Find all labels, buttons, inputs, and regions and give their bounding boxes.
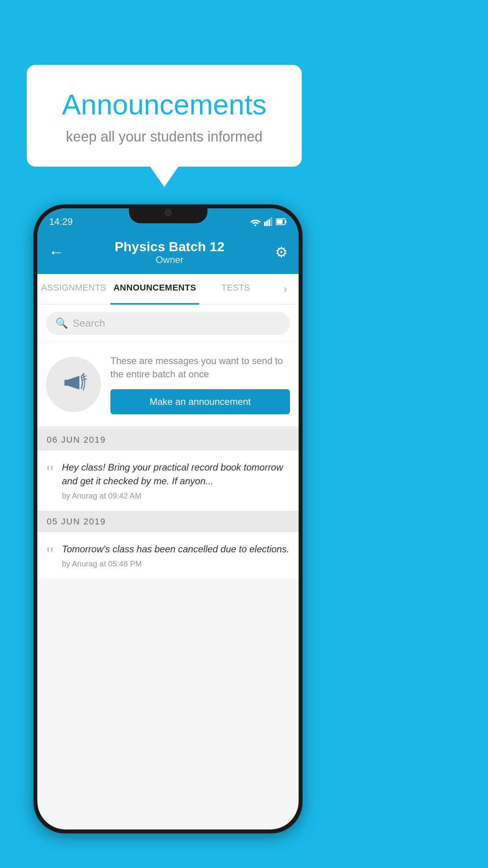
battery-icon bbox=[276, 217, 287, 226]
svg-rect-6 bbox=[285, 221, 286, 223]
megaphone-icon bbox=[60, 368, 87, 401]
announcement-meta-2: by Anurag at 05:48 PM bbox=[62, 559, 290, 568]
svg-rect-8 bbox=[64, 380, 68, 386]
phone-camera bbox=[165, 209, 172, 216]
quote-icon-2: " bbox=[46, 544, 54, 564]
speech-bubble-title: Announcements bbox=[46, 88, 282, 121]
svg-rect-7 bbox=[277, 220, 283, 224]
phone-notch bbox=[129, 204, 207, 223]
phone-container: 14:29 bbox=[33, 204, 303, 833]
gear-icon[interactable]: ⚙ bbox=[275, 244, 288, 261]
tabs-bar: ASSIGNMENTS ANNOUNCEMENTS TESTS › bbox=[37, 274, 299, 305]
svg-point-0 bbox=[255, 224, 257, 226]
back-button[interactable]: ← bbox=[48, 243, 64, 261]
announcement-content-2: Tomorrow's class has been cancelled due … bbox=[62, 542, 290, 568]
search-container: 🔍 Search bbox=[37, 305, 299, 342]
speech-bubble-subtitle: keep all your students informed bbox=[46, 129, 282, 145]
announcement-prompt: These are messages you want to send to t… bbox=[37, 342, 299, 429]
announcement-right: These are messages you want to send to t… bbox=[110, 354, 290, 414]
date-separator-1: 06 JUN 2019 bbox=[37, 429, 299, 451]
app-header: ← Physics Batch 12 Owner ⚙ bbox=[37, 232, 299, 274]
announcement-item-2[interactable]: " Tomorrow's class has been cancelled du… bbox=[37, 532, 299, 579]
wifi-icon bbox=[250, 217, 261, 226]
announcement-meta-1: by Anurag at 09:42 AM bbox=[62, 491, 290, 500]
speech-bubble-container: Announcements keep all your students inf… bbox=[27, 65, 302, 167]
tab-announcements[interactable]: ANNOUNCEMENTS bbox=[110, 274, 200, 304]
quote-icon-1: " bbox=[46, 462, 54, 482]
header-title: Physics Batch 12 bbox=[64, 239, 275, 254]
announcement-icon-circle bbox=[46, 357, 101, 412]
announcement-item-1[interactable]: " Hey class! Bring your practical record… bbox=[37, 451, 299, 511]
header-center: Physics Batch 12 Owner bbox=[64, 239, 275, 265]
svg-rect-4 bbox=[271, 217, 272, 226]
announcement-content-1: Hey class! Bring your practical record b… bbox=[62, 461, 290, 500]
make-announcement-button[interactable]: Make an announcement bbox=[110, 389, 290, 414]
date-separator-2: 05 JUN 2019 bbox=[37, 511, 299, 532]
announcement-text-1: Hey class! Bring your practical record b… bbox=[62, 461, 290, 488]
speech-bubble: Announcements keep all your students inf… bbox=[27, 65, 302, 167]
tab-more[interactable]: › bbox=[272, 274, 299, 304]
status-time: 14:29 bbox=[49, 216, 73, 227]
phone-screen: 14:29 bbox=[37, 208, 299, 829]
search-icon: 🔍 bbox=[55, 317, 68, 329]
signal-icon bbox=[264, 217, 273, 226]
search-input-wrapper[interactable]: 🔍 Search bbox=[46, 312, 290, 335]
announcement-description: These are messages you want to send to t… bbox=[110, 354, 290, 381]
phone-frame: 14:29 bbox=[33, 204, 303, 833]
svg-rect-2 bbox=[266, 221, 268, 226]
svg-rect-1 bbox=[264, 222, 266, 226]
tab-assignments[interactable]: ASSIGNMENTS bbox=[37, 274, 110, 304]
status-icons bbox=[250, 217, 287, 226]
svg-rect-3 bbox=[268, 219, 270, 226]
announcement-text-2: Tomorrow's class has been cancelled due … bbox=[62, 542, 290, 556]
svg-line-11 bbox=[83, 379, 86, 380]
tab-tests[interactable]: TESTS bbox=[199, 274, 272, 304]
search-input[interactable]: Search bbox=[73, 317, 105, 329]
header-subtitle: Owner bbox=[64, 254, 275, 265]
